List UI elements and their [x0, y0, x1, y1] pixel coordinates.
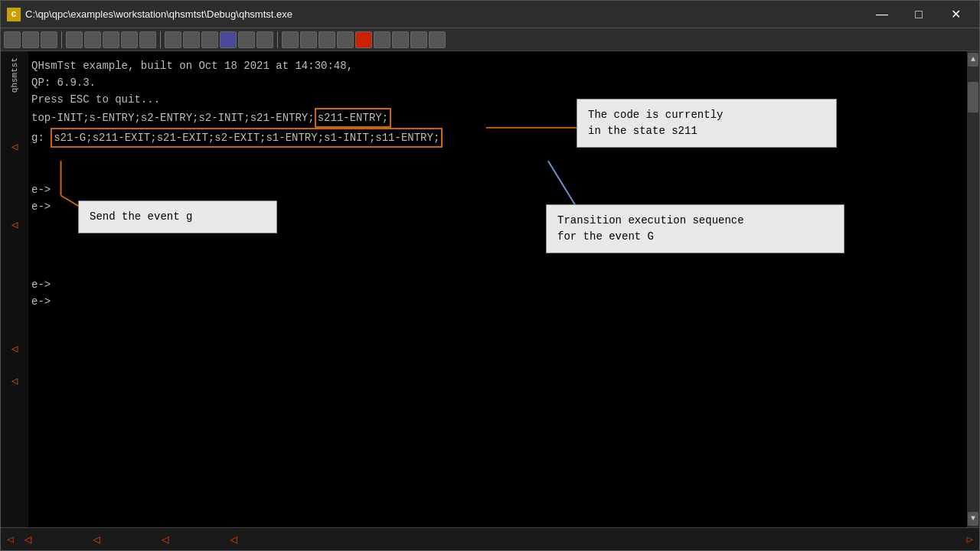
bottom-arrow-right: ▷	[967, 533, 973, 546]
left-gutter: qhsmtst ◁ ◁ ◁ ◁	[1, 51, 28, 527]
gutter-arrow-2: ◁	[11, 217, 18, 233]
terminal-line-1: QHsmTst example, built on Oct 18 2021 at…	[31, 57, 964, 74]
terminal-area: QHsmTst example, built on Oct 18 2021 at…	[28, 51, 967, 527]
bottom-arrow-indicator-1: ◁	[24, 532, 31, 547]
minimize-button[interactable]: —	[864, 3, 900, 26]
main-window: C C:\qp\qpc\examples\workstation\qhsmtst…	[0, 0, 980, 551]
terminal-line-7	[31, 165, 964, 181]
event-annotation-text: Send the event g	[90, 209, 266, 225]
transition-annotation-box: Transition execution sequence for the ev…	[546, 204, 844, 253]
terminal-line-8: e->	[31, 181, 964, 198]
terminal-line-10: e->	[31, 276, 964, 293]
terminal-line-6	[31, 148, 964, 165]
state-annotation-line1: The code is currently	[588, 107, 825, 123]
transition-annotation-line1: Transition execution sequence	[557, 213, 833, 229]
terminal-line-11: e->	[31, 293, 964, 310]
gutter-arrow-4: ◁	[11, 373, 18, 390]
event-annotation-box: Send the event g	[78, 201, 277, 233]
gutter-arrow-3: ◁	[11, 341, 18, 357]
line1-text: QHsmTst example, built on Oct 18 2021 at…	[31, 60, 353, 72]
line4-prefix: top-INIT;s-ENTRY;s2-ENTRY;s2-INIT;s21-EN…	[31, 112, 315, 124]
maximize-button[interactable]: □	[901, 3, 936, 26]
line5-prefix: g:	[31, 132, 51, 144]
close-button[interactable]: ✕	[938, 3, 973, 26]
line4-highlight: s211-ENTRY;	[315, 108, 391, 128]
window-title: C:\qp\qpc\examples\workstation\qhsmtst\D…	[25, 8, 864, 20]
line2-text: QP: 6.9.3.	[31, 77, 96, 89]
app-icon: C	[7, 8, 21, 21]
right-scrollbar[interactable]: ▲ ▼	[967, 51, 979, 527]
bottom-arrow-indicator-4: ◁	[230, 532, 237, 547]
main-area: qhsmtst ◁ ◁ ◁ ◁ QHsmTst example, built o…	[1, 51, 979, 527]
bottom-arrow-left: ◁	[7, 533, 13, 546]
state-annotation-box: The code is currently in the state s211	[577, 99, 837, 148]
scrollbar-thumb[interactable]	[968, 82, 978, 112]
line5-highlight: s21-G;s211-EXIT;s21-EXIT;s2-EXIT;s1-ENTR…	[51, 128, 443, 148]
transition-annotation-line2: for the event G	[557, 229, 833, 245]
title-bar: C C:\qp\qpc\examples\workstation\qhsmtst…	[1, 1, 979, 28]
terminal-line-2: QP: 6.9.3.	[31, 74, 964, 91]
gutter-arrow-1: ◁	[11, 139, 18, 155]
state-annotation-line2: in the state s211	[588, 123, 825, 139]
line3-text: Press ESC to quit...	[31, 93, 160, 106]
bottom-arrow-indicator-3: ◁	[162, 532, 169, 547]
window-controls: — □ ✕	[864, 3, 973, 26]
bottom-bar: ◁ ◁ ◁ ◁ ◁ ▷	[1, 527, 979, 550]
bottom-arrow-indicator-2: ◁	[93, 532, 100, 547]
toolbar	[1, 28, 979, 51]
